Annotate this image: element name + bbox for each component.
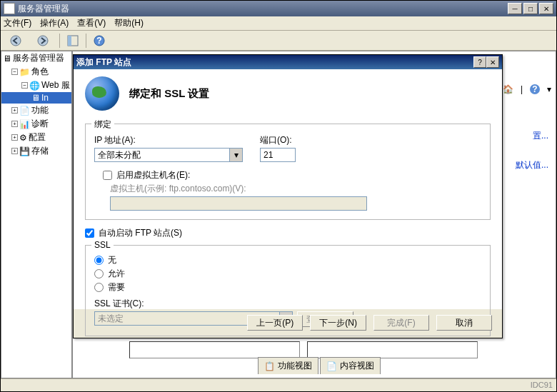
- expand-icon[interactable]: +: [11, 107, 18, 114]
- status-panel-right: [307, 341, 478, 358]
- ssl-require-radio[interactable]: [94, 283, 104, 292]
- dialog-titlebar: 添加 FTP 站点 ? ✕: [74, 55, 502, 69]
- tree-pane[interactable]: 🖥 服务器管理器 −📁 角色 −🌐 Web 服 🖥 In +📄 功能 +📊 诊断…: [1, 51, 72, 378]
- ssl-none-radio[interactable]: [94, 256, 104, 265]
- collapse-icon[interactable]: −: [21, 82, 28, 89]
- tree-config[interactable]: +⚙ 配置: [1, 131, 71, 144]
- tab-features-view[interactable]: 📋 功能视图: [258, 357, 318, 374]
- toolbar: ?: [1, 31, 556, 51]
- tree-root[interactable]: 🖥 服务器管理器: [1, 51, 71, 65]
- home-icon[interactable]: 🏠: [502, 83, 515, 96]
- ssl-cert-label: SSL 证书(C):: [94, 298, 144, 308]
- tree-features[interactable]: +📄 功能: [1, 104, 71, 117]
- help-icon[interactable]: ?: [528, 83, 541, 96]
- main-titlebar: 服务器管理器 ─ □ ✕: [1, 1, 556, 16]
- tab-content-view[interactable]: 📄 内容视图: [320, 357, 381, 374]
- autostart-label: 自动启动 FTP 站点(S): [99, 227, 182, 239]
- minimize-button[interactable]: ─: [508, 3, 522, 14]
- virtual-host-hint: 虚拟主机(示例: ftp.contoso.com)(V):: [110, 183, 481, 195]
- ssl-legend: SSL: [91, 240, 114, 250]
- ip-address-label: IP 地址(A):: [94, 134, 243, 146]
- svg-text:?: ?: [532, 84, 537, 94]
- chevron-down-icon[interactable]: ▾: [230, 148, 243, 162]
- close-button[interactable]: ✕: [539, 3, 553, 14]
- port-label: 端口(O):: [260, 134, 296, 146]
- dialog-body: 绑定和 SSL 设置 绑定 IP 地址(A): ▾ 端口(O):: [74, 69, 502, 309]
- menu-file[interactable]: 文件(F): [4, 17, 31, 29]
- menu-bar: 文件(F) 操作(A) 查看(V) 帮助(H): [1, 16, 556, 31]
- svg-text:?: ?: [96, 36, 101, 46]
- binding-group: 绑定 IP 地址(A): ▾ 端口(O): 启用虚拟主机名(E): 虚: [85, 124, 491, 220]
- collapse-icon[interactable]: −: [11, 69, 18, 75]
- dialog-title: 添加 FTP 站点: [76, 56, 473, 69]
- tree-storage[interactable]: +💾 存储: [1, 144, 71, 158]
- finish-button: 完成(F): [373, 315, 429, 331]
- status-panel-left: [129, 341, 300, 358]
- dialog-close-button[interactable]: ✕: [486, 56, 499, 68]
- forward-button[interactable]: [31, 32, 55, 49]
- action-defaults-link[interactable]: 默认值...: [516, 159, 548, 171]
- cancel-button[interactable]: 取消: [436, 315, 492, 331]
- menu-view[interactable]: 查看(V): [77, 17, 106, 29]
- status-panels: [129, 341, 478, 358]
- virtual-host-input: [110, 196, 367, 211]
- expand-icon[interactable]: +: [11, 134, 18, 141]
- window-title: 服务器管理器: [18, 3, 508, 15]
- menu-action[interactable]: 操作(A): [40, 17, 69, 29]
- action-settings-link[interactable]: 置...: [516, 130, 548, 142]
- port-input[interactable]: [260, 148, 296, 162]
- dialog-footer: 上一页(P) 下一步(N) 完成(F) 取消: [247, 315, 492, 331]
- next-button[interactable]: 下一步(N): [310, 315, 366, 331]
- app-icon: [4, 3, 15, 14]
- tree-web[interactable]: −🌐 Web 服: [1, 79, 71, 92]
- watermark: IDC91: [531, 381, 553, 389]
- status-bar: [1, 378, 556, 391]
- virtual-host-checkbox[interactable]: 启用虚拟主机名(E):: [103, 169, 481, 181]
- globe-icon: [85, 76, 119, 111]
- add-ftp-site-dialog: 添加 FTP 站点 ? ✕ 绑定和 SSL 设置 绑定 IP 地址(A): ▾ …: [73, 54, 503, 338]
- svg-point-1: [38, 36, 48, 46]
- dialog-heading: 绑定和 SSL 设置: [129, 87, 209, 101]
- tree-roles[interactable]: −📁 角色: [1, 65, 71, 79]
- ip-address-select[interactable]: [94, 148, 230, 162]
- toolbar-divider: [86, 34, 86, 48]
- tree-internet[interactable]: 🖥 In: [1, 92, 71, 104]
- dialog-help-button[interactable]: ?: [473, 56, 486, 68]
- toolbar-divider: [59, 34, 60, 48]
- show-hide-tree-button[interactable]: [64, 32, 81, 49]
- svg-point-0: [11, 36, 21, 46]
- previous-button[interactable]: 上一页(P): [247, 315, 303, 331]
- menu-help[interactable]: 帮助(H): [114, 17, 144, 29]
- help-button[interactable]: ?: [91, 32, 108, 49]
- binding-legend: 绑定: [91, 119, 114, 131]
- maximize-button[interactable]: □: [523, 3, 538, 14]
- autostart-checkbox[interactable]: [85, 228, 94, 238]
- tree-diagnostics[interactable]: +📊 诊断: [1, 117, 71, 131]
- expand-icon[interactable]: +: [11, 148, 18, 154]
- svg-rect-3: [68, 36, 71, 46]
- expand-icon[interactable]: +: [11, 121, 18, 127]
- back-button[interactable]: [4, 32, 28, 49]
- ssl-allow-radio[interactable]: [94, 269, 104, 278]
